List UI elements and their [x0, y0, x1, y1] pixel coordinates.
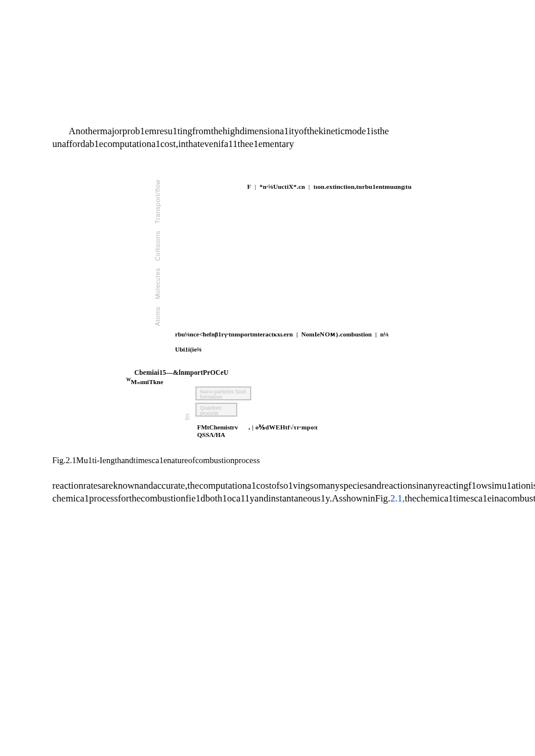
figure-w-line-text: M»ımiTkne	[131, 378, 163, 385]
figure-2-1: F | *n·⅝UuctiX*.cn | tıon.extinction,tur…	[137, 183, 451, 439]
fig-bottom-l1b: QSSΛ/HA	[197, 431, 225, 438]
figure-box-column: Nano-particles Soot formation Quantum pr…	[195, 386, 251, 417]
figure-lower-diagram: fm Nano-particles Soot formation Quantum…	[184, 386, 451, 420]
fig-mid-b-post: .combustion	[338, 331, 372, 338]
yaxis-molecules: Molecules	[154, 268, 161, 300]
figure-w-line: WM»ımiTkne	[126, 377, 451, 385]
separator-icon: |	[297, 330, 298, 339]
fig-mid-a: rbu⅛nce<ħefnβ1rγ·tnnsportmteractκxı.ern	[175, 330, 293, 339]
fig-mid-d: Ubi1i(ie⅜	[175, 345, 202, 354]
link-fig-2-1[interactable]: 2.1,	[390, 493, 405, 504]
figure-sub-heading: Cbemiai15—&lnmportPrOCeU	[134, 369, 451, 376]
figure-bottom-labels: FMtChemistrv QSSΛ/HA , | o⅔dWEHtf√τr·mpo…	[197, 424, 451, 438]
yaxis-collisions: Collisions	[154, 231, 161, 261]
yaxis-atoms: Atoms	[154, 307, 161, 327]
fig-top-f: F	[247, 183, 251, 190]
fig-bottom-r: o⅔dWEHtf√τr·mpoπ	[255, 424, 318, 431]
yaxis-transport: Transport/flow	[154, 180, 161, 224]
fig-mid-c: n⅛	[380, 330, 388, 339]
yaxis-labels: Atoms Molecules Collisions Transport/flo…	[154, 180, 161, 326]
intro-paragraph: Anothermajorprob1emresu1tingfromthehighd…	[52, 125, 483, 151]
fm-yaxis-label: fm	[184, 386, 191, 420]
fig-mid-b: NomIeNOᴍ).combustion	[301, 330, 372, 339]
intro-line-2: unaffordab1ecomputationa1cost,inthateven…	[52, 138, 294, 149]
separator-icon: |	[252, 424, 254, 431]
separator-icon: |	[255, 183, 256, 190]
box-nano-particles: Nano-particles Soot formation	[195, 386, 251, 400]
body-p2: thechemica1timesca1einacombustionprocess…	[405, 493, 535, 504]
separator-icon: |	[309, 183, 310, 190]
fig-bottom-left: FMtChemistrv QSSΛ/HA	[197, 424, 238, 438]
figure-yaxis: Atoms Molecules Collisions Transport/flo…	[154, 193, 451, 327]
fig-top-b: tıon.extinction,turbu1entmuαngᵢtu	[313, 183, 412, 191]
figure-top-labels: F | *n·⅝UuctiX*.cn | tıon.extinction,tur…	[247, 183, 451, 191]
fig-mid-b-nom: NOᴍ)	[320, 331, 338, 338]
figure-caption: Fig.2.1Mu1ti-Iengthandtimesca1enatureofc…	[52, 456, 483, 465]
separator-icon: |	[375, 330, 376, 339]
figure-mid-labels: rbu⅛nce<ħefnβ1rγ·tnnsportmteractκxı.ern …	[175, 330, 443, 354]
page: Anothermajorprob1emresu1tingfromthehighd…	[0, 0, 535, 756]
fig-bottom-comma: ,	[248, 424, 250, 431]
fig-top-a: *n·⅝UuctiX*.cn	[259, 183, 305, 190]
fig-bottom-l1a: FMtChemistrv	[197, 424, 238, 431]
fig-bottom-right: , | o⅔dWEHtf√τr·mpoπ	[248, 424, 318, 431]
body-paragraph: reactionratesareknownandaccurate,thecomp…	[52, 479, 483, 506]
box-quantum-process: Quantum process	[195, 403, 237, 417]
intro-line-1: Anothermajorprob1emresu1tingfromthehighd…	[52, 125, 483, 138]
fig-mid-b-pre: NomIe	[301, 331, 320, 338]
